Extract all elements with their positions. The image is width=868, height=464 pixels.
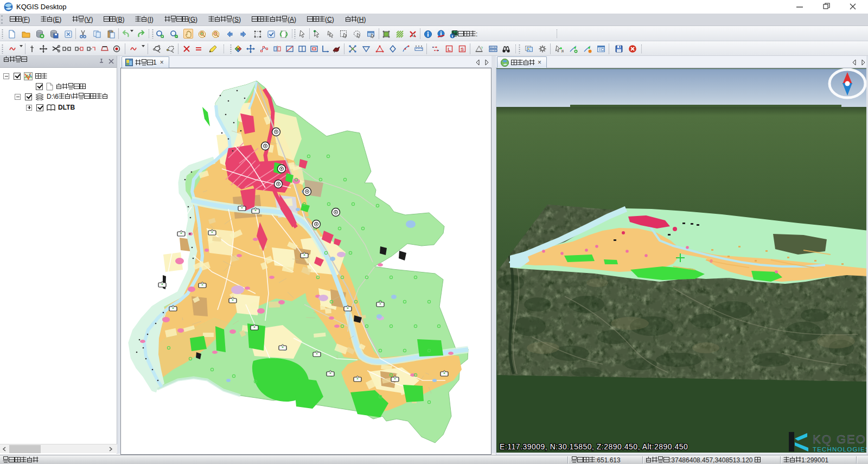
svg-text:L: L — [448, 47, 451, 52]
svg-text:TECHNOLOGIES: TECHNOLOGIES — [813, 446, 868, 453]
svg-text:R: R — [561, 49, 564, 53]
svg-text:S: S — [461, 47, 464, 52]
svg-text:KQ GEO: KQ GEO — [813, 433, 866, 446]
svg-text:E:117.39009, N:30.15850, Z:289: E:117.39009, N:30.15850, Z:2890.450, Alt… — [500, 442, 688, 451]
svg-text:?: ? — [481, 46, 483, 50]
